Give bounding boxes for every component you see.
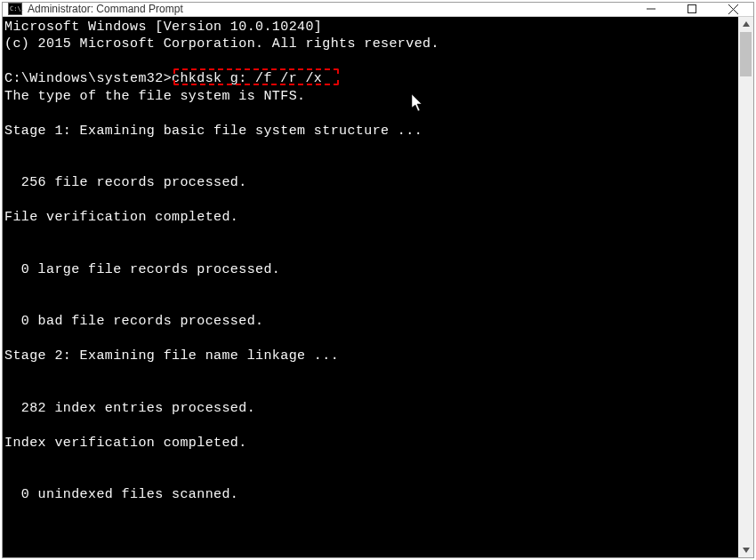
- scroll-up-button[interactable]: [738, 17, 753, 32]
- console-output[interactable]: Microsoft Windows [Version 10.0.10240] (…: [3, 17, 738, 558]
- console-command: chkdsk g: /f /r /x: [172, 71, 322, 86]
- cmd-icon: C:\.: [8, 3, 22, 15]
- window-controls: [631, 3, 753, 16]
- maximize-button[interactable]: [672, 3, 712, 16]
- content-area: Microsoft Windows [Version 10.0.10240] (…: [3, 17, 753, 558]
- titlebar[interactable]: C:\. Administrator: Command Prompt: [3, 3, 753, 17]
- minimize-button[interactable]: [631, 3, 672, 16]
- window-title: Administrator: Command Prompt: [28, 3, 631, 15]
- console-header: Microsoft Windows [Version 10.0.10240] (…: [4, 20, 439, 52]
- console-body: The type of the file system is NTFS. Sta…: [4, 89, 422, 503]
- close-button[interactable]: [712, 3, 753, 16]
- command-prompt-window: C:\. Administrator: Command Prompt Micro…: [2, 2, 754, 558]
- console-prompt: C:\Windows\system32>: [4, 71, 172, 86]
- scroll-thumb[interactable]: [740, 32, 752, 76]
- scroll-down-button[interactable]: [738, 542, 753, 557]
- mouse-cursor-icon: [345, 77, 358, 95]
- svg-rect-1: [688, 5, 696, 13]
- vertical-scrollbar[interactable]: [738, 17, 753, 558]
